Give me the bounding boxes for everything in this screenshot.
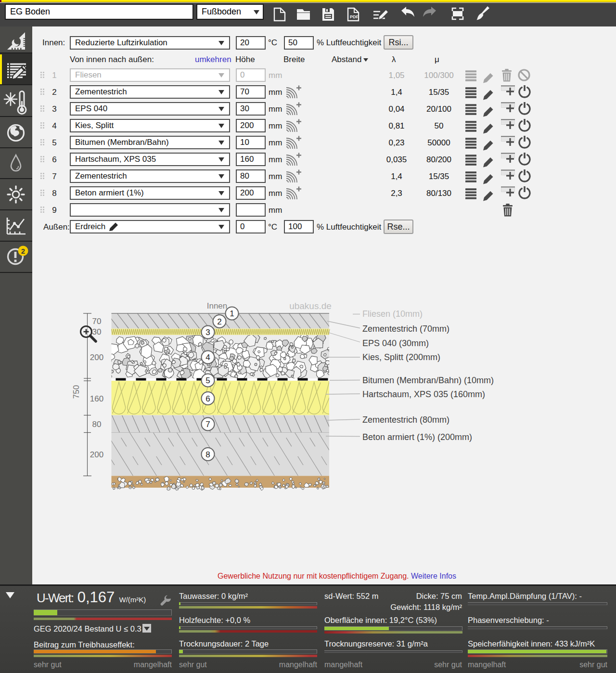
svg-text:750: 750 <box>72 385 81 399</box>
svg-text:7: 7 <box>205 420 210 429</box>
svg-text:Innen: Innen <box>207 301 228 311</box>
svg-text:6: 6 <box>205 394 210 403</box>
svg-text:Fliesen (10mm): Fliesen (10mm) <box>362 309 423 319</box>
svg-text:Hartschaum, XPS 035 (160mm): Hartschaum, XPS 035 (160mm) <box>362 389 485 399</box>
svg-text:4: 4 <box>205 353 210 362</box>
svg-text:160: 160 <box>90 394 103 403</box>
svg-text:ubakus.de: ubakus.de <box>289 301 332 311</box>
svg-text:200: 200 <box>90 353 103 362</box>
svg-text:Kies, Splitt (200mm): Kies, Splitt (200mm) <box>362 352 440 362</box>
svg-text:Zementestrich (80mm): Zementestrich (80mm) <box>362 415 449 425</box>
svg-text:200: 200 <box>90 450 103 459</box>
svg-text:8: 8 <box>205 450 210 459</box>
svg-text:3: 3 <box>205 328 210 337</box>
svg-text:5: 5 <box>205 376 210 385</box>
svg-text:EPS 040 (30mm): EPS 040 (30mm) <box>362 338 429 348</box>
svg-text:30: 30 <box>92 327 102 336</box>
svg-text:80: 80 <box>92 420 102 429</box>
svg-text:2: 2 <box>217 317 221 326</box>
svg-text:1: 1 <box>230 309 234 318</box>
svg-text:Zementestrich (70mm): Zementestrich (70mm) <box>362 324 449 334</box>
svg-text:Beton armiert (1%) (200mm): Beton armiert (1%) (200mm) <box>362 432 472 442</box>
svg-text:70: 70 <box>92 317 102 326</box>
svg-text:Bitumen (Membran/Bahn) (10mm): Bitumen (Membran/Bahn) (10mm) <box>362 375 494 385</box>
